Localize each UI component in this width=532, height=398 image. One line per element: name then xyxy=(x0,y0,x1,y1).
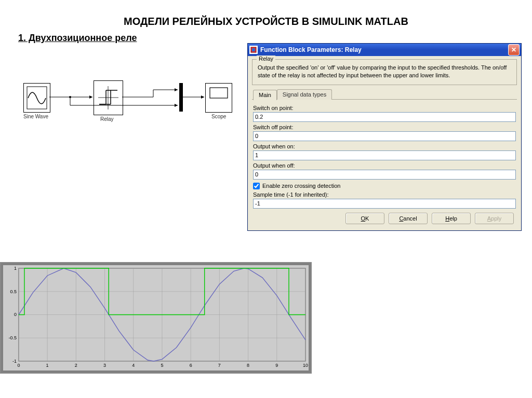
mux-block[interactable] xyxy=(179,83,183,112)
close-button[interactable]: ✕ xyxy=(508,44,520,56)
svg-rect-23 xyxy=(252,48,255,51)
svg-text:8: 8 xyxy=(247,363,249,368)
close-icon: ✕ xyxy=(511,46,516,53)
svg-text:0: 0 xyxy=(14,312,17,317)
tab-panel-main: Switch on point: Switch off point: Outpu… xyxy=(252,99,517,210)
ok-button[interactable]: OK xyxy=(345,213,384,224)
help-button[interactable]: Help xyxy=(432,213,471,224)
page-title: МОДЕЛИ РЕЛЕЙНЫХ УСТРОЙСТВ В SIMULINK MAT… xyxy=(0,0,532,33)
svg-text:2: 2 xyxy=(75,363,77,368)
groupbox-title: Relay xyxy=(257,56,275,62)
svg-text:3: 3 xyxy=(103,363,106,368)
scope-block[interactable] xyxy=(205,83,232,113)
svg-text:0: 0 xyxy=(17,363,20,368)
svg-marker-15 xyxy=(175,104,178,107)
zero-crossing-checkbox[interactable] xyxy=(253,183,260,189)
svg-text:1: 1 xyxy=(14,266,17,271)
svg-rect-9 xyxy=(210,88,228,98)
dialog-title: Function Block Parameters: Relay xyxy=(260,46,362,53)
tab-main[interactable]: Main xyxy=(253,90,277,100)
relay-parameters-dialog: Function Block Parameters: Relay ✕ Relay… xyxy=(247,43,522,231)
switch-on-label: Switch on point: xyxy=(253,105,516,111)
switch-off-label: Switch off point: xyxy=(253,124,516,130)
simulink-diagram: Sine Wave Relay Scope xyxy=(18,70,242,153)
tab-bar: Main Signal data types xyxy=(253,89,517,100)
zero-crossing-label: Enable zero crossing detection xyxy=(262,183,340,189)
relay-description: Output the specified 'on' or 'off' value… xyxy=(258,64,511,79)
output-on-input[interactable] xyxy=(253,150,516,160)
output-off-label: Output when off: xyxy=(253,162,516,169)
svg-text:-1: -1 xyxy=(12,359,17,364)
svg-text:5: 5 xyxy=(161,363,163,368)
sine-wave-block[interactable] xyxy=(23,83,50,113)
tab-signal-data-types[interactable]: Signal data types xyxy=(277,89,332,100)
svg-text:6: 6 xyxy=(190,363,192,368)
simulink-icon xyxy=(249,46,258,54)
svg-text:7: 7 xyxy=(218,363,221,368)
svg-marker-11 xyxy=(89,95,92,99)
apply-button[interactable]: Apply xyxy=(475,213,514,224)
svg-text:10: 10 xyxy=(303,363,308,368)
scope-label: Scope xyxy=(211,114,226,119)
svg-text:1: 1 xyxy=(46,363,49,368)
output-on-label: Output when on: xyxy=(253,143,516,149)
page-subtitle: 1. Двухпозиционное реле xyxy=(0,33,532,44)
cancel-button[interactable]: Cancel xyxy=(389,213,428,224)
relay-block[interactable] xyxy=(94,80,123,115)
svg-text:4: 4 xyxy=(132,363,135,368)
output-off-input[interactable] xyxy=(253,170,516,180)
relay-description-group: Relay Output the specified 'on' or 'off'… xyxy=(252,59,517,85)
svg-text:0.5: 0.5 xyxy=(10,289,16,294)
dialog-titlebar[interactable]: Function Block Parameters: Relay ✕ xyxy=(248,44,521,56)
svg-point-13 xyxy=(69,96,71,98)
svg-text:-0.5: -0.5 xyxy=(8,335,16,340)
svg-marker-21 xyxy=(201,95,204,99)
svg-marker-19 xyxy=(175,88,178,91)
sine-wave-label: Sine Wave xyxy=(23,114,48,119)
sample-time-label: Sample time (-1 for inherited): xyxy=(253,191,516,198)
sample-time-input[interactable] xyxy=(253,199,516,209)
svg-text:9: 9 xyxy=(275,363,278,368)
switch-off-input[interactable] xyxy=(253,131,516,141)
relay-label: Relay xyxy=(100,116,114,122)
scope-plot: -1-0.500.51012345678910 xyxy=(0,262,312,374)
switch-on-input[interactable] xyxy=(253,112,516,122)
